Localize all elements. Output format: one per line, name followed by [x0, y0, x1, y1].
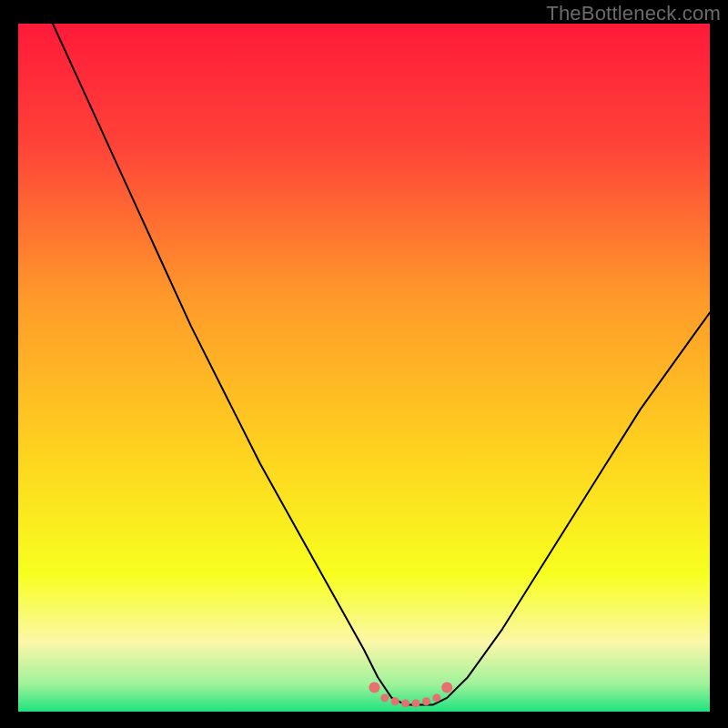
- highlight-markers: [369, 682, 452, 708]
- marker-dot: [412, 699, 420, 707]
- marker-dot: [380, 693, 389, 702]
- bottleneck-curve: [53, 24, 710, 704]
- marker-dot: [441, 682, 452, 693]
- marker-dot: [422, 697, 430, 705]
- chart-frame: TheBottleneck.com: [0, 0, 728, 728]
- marker-dot: [391, 697, 399, 705]
- plot-area: [18, 24, 710, 712]
- marker-dot: [401, 699, 410, 707]
- marker-dot: [432, 693, 440, 702]
- watermark-label: TheBottleneck.com: [546, 2, 721, 25]
- marker-dot: [369, 682, 379, 693]
- curve-layer: [18, 24, 710, 712]
